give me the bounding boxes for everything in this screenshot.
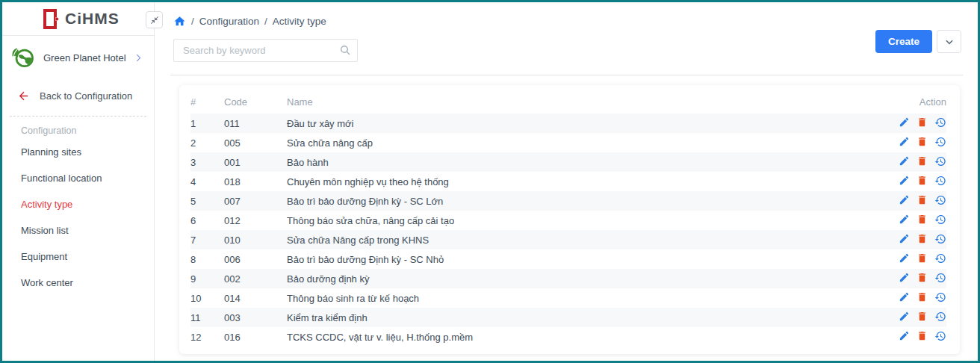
delete-icon[interactable]	[917, 175, 928, 186]
table-row: 9 002 Bảo dưỡng định kỳ	[190, 269, 946, 288]
edit-icon[interactable]	[899, 252, 910, 264]
history-icon[interactable]	[934, 136, 946, 148]
cell-code: 011	[224, 114, 287, 133]
cell-index: 4	[190, 172, 224, 191]
delete-icon[interactable]	[917, 117, 928, 128]
home-icon[interactable]	[173, 15, 186, 28]
history-icon[interactable]	[934, 272, 946, 284]
edit-icon[interactable]	[899, 175, 910, 186]
cell-index: 12	[190, 327, 224, 347]
edit-icon[interactable]	[899, 136, 910, 147]
logo-text: CiHMS	[65, 10, 120, 28]
column-header-name: Name	[287, 90, 875, 114]
breadcrumb-separator: /	[191, 16, 194, 27]
cell-name: Kiểm tra kiểm định	[287, 308, 875, 327]
delete-icon[interactable]	[917, 291, 928, 302]
delete-icon[interactable]	[917, 272, 928, 283]
breadcrumb-activity-type: Activity type	[273, 16, 326, 27]
cell-name: TCKS CCDC, vật tư v. liệu, H.thống p.mềm	[287, 327, 875, 347]
back-to-configuration[interactable]: Back to Configuration	[2, 79, 154, 110]
history-icon[interactable]	[934, 233, 946, 245]
history-icon[interactable]	[934, 252, 946, 264]
cell-code: 003	[224, 308, 287, 327]
header-divider	[170, 75, 963, 75]
edit-icon[interactable]	[899, 214, 910, 225]
cell-name: Chuyên môn nghiệp vụ theo hệ thống	[287, 172, 875, 191]
sidebar-item-functional-location[interactable]: Functional location	[2, 165, 154, 191]
collapse-arrows-icon	[150, 16, 159, 25]
breadcrumb-configuration[interactable]: Configuration	[199, 16, 259, 27]
cell-name: Bảo dưỡng định kỳ	[287, 269, 875, 288]
cell-name: Thông báo sửa chữa, nâng cấp cải tạo	[287, 211, 875, 230]
edit-icon[interactable]	[899, 194, 910, 205]
history-icon[interactable]	[934, 155, 946, 167]
cell-name: Bảo trì bảo dưỡng Định kỳ - SC Lớn	[287, 191, 875, 211]
column-header-index: #	[190, 90, 224, 114]
create-dropdown-button[interactable]	[937, 30, 961, 53]
sidebar-item-equipment[interactable]: Equipment	[2, 243, 154, 270]
cell-index: 9	[190, 269, 224, 288]
table-row: 4 018 Chuyên môn nghiệp vụ theo hệ thống	[190, 172, 946, 191]
cell-code: 014	[224, 288, 287, 308]
edit-icon[interactable]	[899, 330, 910, 341]
search-box	[173, 39, 358, 62]
breadcrumb: / Configuration / Activity type	[155, 2, 978, 28]
history-icon[interactable]	[934, 291, 946, 303]
cell-name: Thông báo sinh ra từ kế hoạch	[287, 288, 875, 308]
delete-icon[interactable]	[917, 330, 928, 341]
cell-code: 006	[224, 249, 287, 269]
edit-icon[interactable]	[899, 233, 910, 244]
table-row: 10 014 Thông báo sinh ra từ kế hoạch	[190, 288, 946, 308]
delete-icon[interactable]	[917, 194, 928, 205]
delete-icon[interactable]	[917, 214, 928, 225]
cell-index: 7	[190, 230, 224, 249]
cell-code: 012	[224, 211, 287, 230]
cell-code: 001	[224, 152, 287, 172]
delete-icon[interactable]	[917, 252, 928, 264]
activity-type-table: # Code Name Action 1 011 Đầu tư xây mới	[190, 90, 946, 347]
sidebar-item-activity-type[interactable]: Activity type	[2, 191, 154, 217]
sidebar-menu: Planning sitesFunctional locationActivit…	[2, 139, 154, 296]
delete-icon[interactable]	[917, 155, 928, 167]
history-icon[interactable]	[934, 175, 946, 187]
table-row: 7 010 Sửa chữa Nâng cấp trong KHNS	[190, 230, 946, 249]
search-input[interactable]	[173, 39, 358, 62]
back-arrow-icon	[17, 90, 30, 102]
sidebar: CiHMS Green Planet Hotel	[2, 2, 155, 361]
delete-icon[interactable]	[917, 136, 928, 147]
create-button[interactable]: Create	[875, 30, 932, 53]
sidebar-item-work-center[interactable]: Work center	[2, 270, 154, 296]
cell-code: 002	[224, 269, 287, 288]
history-icon[interactable]	[934, 330, 946, 342]
cell-code: 007	[224, 191, 287, 211]
history-icon[interactable]	[934, 214, 946, 226]
sidebar-item-mission-list[interactable]: Mission list	[2, 217, 154, 243]
table-row: 6 012 Thông báo sửa chữa, nâng cấp cải t…	[190, 211, 946, 230]
cell-index: 2	[190, 133, 224, 152]
hotel-selector[interactable]: Green Planet Hotel	[2, 36, 154, 79]
activity-type-table-card: # Code Name Action 1 011 Đầu tư xây mới	[179, 85, 960, 354]
sidebar-item-planning-sites[interactable]: Planning sites	[2, 139, 154, 165]
cell-code: 010	[224, 230, 287, 249]
sidebar-collapse-button[interactable]	[146, 11, 163, 28]
table-row: 3 001 Bảo hành	[190, 152, 946, 172]
cell-name: Bảo trì bảo dưỡng Định kỳ - SC Nhỏ	[287, 249, 875, 269]
history-icon[interactable]	[934, 194, 946, 206]
cell-code: 018	[224, 172, 287, 191]
edit-icon[interactable]	[899, 311, 910, 322]
chevron-right-icon	[134, 53, 143, 63]
table-row: 5 007 Bảo trì bảo dưỡng Định kỳ - SC Lớn	[190, 191, 946, 211]
edit-icon[interactable]	[899, 117, 910, 128]
cell-name: Bảo hành	[287, 152, 875, 172]
edit-icon[interactable]	[899, 272, 910, 283]
table-row: 8 006 Bảo trì bảo dưỡng Định kỳ - SC Nhỏ	[190, 249, 946, 269]
edit-icon[interactable]	[899, 155, 910, 167]
delete-icon[interactable]	[917, 311, 928, 322]
cell-name: Sửa chữa Nâng cấp trong KHNS	[287, 230, 875, 249]
delete-icon[interactable]	[917, 233, 928, 244]
history-icon[interactable]	[934, 117, 946, 128]
cell-index: 3	[190, 152, 224, 172]
search-icon	[339, 44, 351, 59]
edit-icon[interactable]	[899, 291, 910, 302]
history-icon[interactable]	[934, 311, 946, 323]
